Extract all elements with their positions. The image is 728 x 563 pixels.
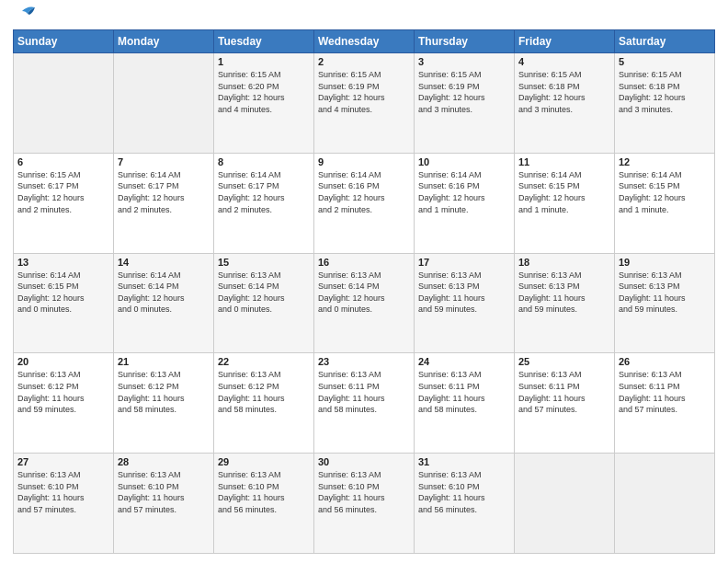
day-info: Sunrise: 6:14 AM Sunset: 6:16 PM Dayligh… — [418, 170, 485, 214]
day-number: 13 — [17, 257, 109, 268]
day-info: Sunrise: 6:15 AM Sunset: 6:19 PM Dayligh… — [318, 70, 385, 114]
header — [13, 9, 715, 22]
calendar-cell: 27Sunrise: 6:13 AM Sunset: 6:10 PM Dayli… — [14, 454, 114, 554]
calendar-cell: 5Sunrise: 6:15 AM Sunset: 6:18 PM Daylig… — [615, 53, 715, 154]
col-header-sunday: Sunday — [14, 30, 114, 53]
day-number: 17 — [418, 257, 510, 268]
day-info: Sunrise: 6:14 AM Sunset: 6:15 PM Dayligh… — [518, 170, 586, 214]
day-number: 8 — [218, 156, 310, 167]
day-number: 29 — [218, 456, 310, 467]
day-number: 5 — [619, 56, 711, 67]
day-info: Sunrise: 6:13 AM Sunset: 6:10 PM Dayligh… — [418, 470, 485, 514]
calendar-week-row: 27Sunrise: 6:13 AM Sunset: 6:10 PM Dayli… — [14, 454, 715, 554]
calendar-cell — [515, 454, 615, 554]
day-number: 23 — [318, 356, 410, 367]
day-number: 26 — [619, 356, 711, 367]
day-number: 25 — [518, 356, 610, 367]
calendar-cell: 10Sunrise: 6:14 AM Sunset: 6:16 PM Dayli… — [415, 153, 515, 253]
calendar-cell: 28Sunrise: 6:13 AM Sunset: 6:10 PM Dayli… — [114, 454, 214, 554]
day-number: 18 — [518, 257, 610, 268]
calendar-cell: 18Sunrise: 6:13 AM Sunset: 6:13 PM Dayli… — [515, 253, 615, 353]
calendar-cell: 1Sunrise: 6:15 AM Sunset: 6:20 PM Daylig… — [214, 53, 314, 154]
calendar-header-row: SundayMondayTuesdayWednesdayThursdayFrid… — [14, 30, 715, 53]
day-number: 20 — [17, 356, 109, 367]
calendar-cell: 25Sunrise: 6:13 AM Sunset: 6:11 PM Dayli… — [515, 353, 615, 454]
day-number: 2 — [318, 56, 410, 67]
page-container: SundayMondayTuesdayWednesdayThursdayFrid… — [0, 0, 728, 563]
calendar-cell: 14Sunrise: 6:14 AM Sunset: 6:14 PM Dayli… — [114, 253, 214, 353]
day-info: Sunrise: 6:13 AM Sunset: 6:10 PM Dayligh… — [318, 470, 385, 514]
day-number: 31 — [418, 456, 510, 467]
day-info: Sunrise: 6:14 AM Sunset: 6:15 PM Dayligh… — [619, 170, 686, 214]
calendar-cell: 16Sunrise: 6:13 AM Sunset: 6:14 PM Dayli… — [314, 253, 415, 353]
logo-bird-icon — [15, 6, 35, 22]
day-info: Sunrise: 6:13 AM Sunset: 6:12 PM Dayligh… — [118, 370, 185, 414]
calendar-cell: 26Sunrise: 6:13 AM Sunset: 6:11 PM Dayli… — [615, 353, 715, 454]
day-info: Sunrise: 6:14 AM Sunset: 6:17 PM Dayligh… — [218, 170, 285, 214]
day-info: Sunrise: 6:13 AM Sunset: 6:10 PM Dayligh… — [118, 470, 185, 514]
calendar-cell: 7Sunrise: 6:14 AM Sunset: 6:17 PM Daylig… — [114, 153, 214, 253]
day-number: 15 — [218, 257, 310, 268]
day-info: Sunrise: 6:13 AM Sunset: 6:12 PM Dayligh… — [17, 370, 85, 414]
calendar-cell: 19Sunrise: 6:13 AM Sunset: 6:13 PM Dayli… — [615, 253, 715, 353]
day-number: 10 — [418, 156, 510, 167]
calendar-cell — [615, 454, 715, 554]
calendar-cell: 2Sunrise: 6:15 AM Sunset: 6:19 PM Daylig… — [314, 53, 415, 154]
calendar-cell: 31Sunrise: 6:13 AM Sunset: 6:10 PM Dayli… — [415, 454, 515, 554]
day-info: Sunrise: 6:13 AM Sunset: 6:14 PM Dayligh… — [218, 270, 285, 315]
calendar-cell: 15Sunrise: 6:13 AM Sunset: 6:14 PM Dayli… — [214, 253, 314, 353]
day-info: Sunrise: 6:15 AM Sunset: 6:20 PM Dayligh… — [218, 70, 285, 114]
day-number: 30 — [318, 456, 410, 467]
calendar-table: SundayMondayTuesdayWednesdayThursdayFrid… — [13, 29, 715, 554]
day-info: Sunrise: 6:15 AM Sunset: 6:17 PM Dayligh… — [17, 170, 85, 214]
calendar-cell: 3Sunrise: 6:15 AM Sunset: 6:19 PM Daylig… — [415, 53, 515, 154]
calendar-cell: 21Sunrise: 6:13 AM Sunset: 6:12 PM Dayli… — [114, 353, 214, 454]
day-number: 9 — [318, 156, 410, 167]
day-info: Sunrise: 6:13 AM Sunset: 6:10 PM Dayligh… — [17, 470, 85, 514]
col-header-monday: Monday — [114, 30, 214, 53]
day-number: 14 — [118, 257, 210, 268]
day-info: Sunrise: 6:15 AM Sunset: 6:18 PM Dayligh… — [518, 70, 586, 114]
calendar-cell — [14, 53, 114, 154]
calendar-cell: 17Sunrise: 6:13 AM Sunset: 6:13 PM Dayli… — [415, 253, 515, 353]
calendar-cell: 22Sunrise: 6:13 AM Sunset: 6:12 PM Dayli… — [214, 353, 314, 454]
calendar-cell: 20Sunrise: 6:13 AM Sunset: 6:12 PM Dayli… — [14, 353, 114, 454]
calendar-cell: 9Sunrise: 6:14 AM Sunset: 6:16 PM Daylig… — [314, 153, 415, 253]
day-number: 12 — [619, 156, 711, 167]
day-info: Sunrise: 6:13 AM Sunset: 6:11 PM Dayligh… — [318, 370, 385, 414]
calendar-cell: 8Sunrise: 6:14 AM Sunset: 6:17 PM Daylig… — [214, 153, 314, 253]
day-number: 28 — [118, 456, 210, 467]
col-header-saturday: Saturday — [615, 30, 715, 53]
day-info: Sunrise: 6:13 AM Sunset: 6:10 PM Dayligh… — [218, 470, 285, 514]
day-info: Sunrise: 6:14 AM Sunset: 6:14 PM Dayligh… — [118, 270, 185, 315]
day-number: 16 — [318, 257, 410, 268]
day-number: 6 — [17, 156, 109, 167]
calendar-week-row: 13Sunrise: 6:14 AM Sunset: 6:15 PM Dayli… — [14, 253, 715, 353]
day-info: Sunrise: 6:13 AM Sunset: 6:13 PM Dayligh… — [619, 270, 686, 315]
day-number: 3 — [418, 56, 510, 67]
day-info: Sunrise: 6:13 AM Sunset: 6:11 PM Dayligh… — [518, 370, 586, 414]
day-number: 7 — [118, 156, 210, 167]
day-number: 21 — [118, 356, 210, 367]
calendar-cell: 4Sunrise: 6:15 AM Sunset: 6:18 PM Daylig… — [515, 53, 615, 154]
day-info: Sunrise: 6:13 AM Sunset: 6:14 PM Dayligh… — [318, 270, 385, 315]
day-info: Sunrise: 6:13 AM Sunset: 6:11 PM Dayligh… — [619, 370, 686, 414]
calendar-cell — [114, 53, 214, 154]
day-info: Sunrise: 6:13 AM Sunset: 6:13 PM Dayligh… — [418, 270, 485, 315]
calendar-week-row: 1Sunrise: 6:15 AM Sunset: 6:20 PM Daylig… — [14, 53, 715, 154]
day-number: 11 — [518, 156, 610, 167]
calendar-cell: 23Sunrise: 6:13 AM Sunset: 6:11 PM Dayli… — [314, 353, 415, 454]
calendar-week-row: 20Sunrise: 6:13 AM Sunset: 6:12 PM Dayli… — [14, 353, 715, 454]
day-number: 1 — [218, 56, 310, 67]
calendar-cell: 12Sunrise: 6:14 AM Sunset: 6:15 PM Dayli… — [615, 153, 715, 253]
col-header-tuesday: Tuesday — [214, 30, 314, 53]
day-number: 27 — [17, 456, 109, 467]
day-number: 24 — [418, 356, 510, 367]
day-info: Sunrise: 6:13 AM Sunset: 6:12 PM Dayligh… — [218, 370, 285, 414]
calendar-cell: 29Sunrise: 6:13 AM Sunset: 6:10 PM Dayli… — [214, 454, 314, 554]
col-header-thursday: Thursday — [415, 30, 515, 53]
day-info: Sunrise: 6:14 AM Sunset: 6:16 PM Dayligh… — [318, 170, 385, 214]
col-header-friday: Friday — [515, 30, 615, 53]
day-info: Sunrise: 6:14 AM Sunset: 6:17 PM Dayligh… — [118, 170, 185, 214]
calendar-cell: 24Sunrise: 6:13 AM Sunset: 6:11 PM Dayli… — [415, 353, 515, 454]
